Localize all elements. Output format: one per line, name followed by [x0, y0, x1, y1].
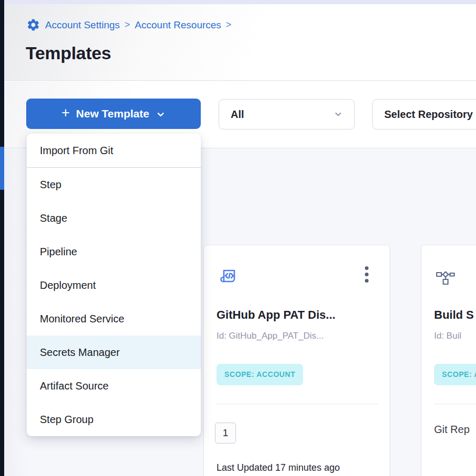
repository-filter-select[interactable]: Select Repository: [372, 99, 476, 129]
chevron-down-icon: [333, 110, 343, 119]
repository-filter-value: Select Repository: [384, 109, 473, 121]
version-chip: 1: [215, 423, 236, 443]
breadcrumb-separator: >: [125, 19, 131, 30]
breadcrumb: Account Settings > Account Resources >: [26, 18, 231, 32]
menu-item-artifact-source[interactable]: Artifact Source: [27, 369, 201, 403]
left-nav-stripe: [0, 0, 4, 476]
last-updated-label: Last Updated 17 minutes ago: [217, 462, 340, 473]
stage-icon: [436, 269, 456, 289]
gear-icon: [26, 18, 40, 32]
chevron-down-icon: [156, 110, 166, 120]
template-type-filter-value: All: [231, 109, 244, 121]
menu-item-monitored-service[interactable]: Monitored Service: [27, 302, 201, 336]
card-options-menu-icon[interactable]: [364, 265, 370, 284]
menu-item-pipeline[interactable]: Pipeline: [27, 235, 201, 268]
menu-item-step[interactable]: Step: [27, 168, 201, 201]
template-type-filter-select[interactable]: All: [219, 99, 355, 129]
scope-badge: SCOPE: ACCOUNT: [434, 364, 476, 385]
menu-item-stage[interactable]: Stage: [27, 201, 201, 235]
top-accent-bar: [4, 0, 476, 4]
page-title: Templates: [26, 43, 111, 63]
menu-item-deployment[interactable]: Deployment: [27, 268, 201, 302]
code-template-icon: [218, 266, 239, 289]
new-template-button[interactable]: + New Template: [26, 99, 201, 129]
card-divider: [217, 404, 378, 404]
card-id: Id: GitHub_App_PAT_Dis...: [217, 331, 323, 341]
template-card-build-stage[interactable]: Build S Id: Buil SCOPE: ACCOUNT Git Rep: [421, 245, 476, 476]
scope-badge: SCOPE: ACCOUNT: [217, 364, 303, 385]
nav-active-indicator: [0, 147, 4, 190]
breadcrumb-separator: >: [226, 19, 232, 30]
menu-item-import-from-git[interactable]: Import From Git: [27, 134, 201, 168]
breadcrumb-link-account-settings[interactable]: Account Settings: [45, 19, 120, 31]
card-title: GitHub App PAT Dis...: [217, 308, 336, 322]
menu-item-step-group[interactable]: Step Group: [27, 403, 201, 436]
breadcrumb-link-account-resources[interactable]: Account Resources: [135, 19, 221, 31]
plus-icon: +: [61, 106, 70, 120]
git-repo-label: Git Rep: [434, 424, 470, 436]
card-divider: [434, 404, 476, 404]
page-header: Account Settings > Account Resources > T…: [4, 4, 476, 81]
menu-item-secrets-manager[interactable]: Secrets Manager: [27, 336, 201, 369]
card-title: Build S: [434, 308, 474, 322]
new-template-button-label: New Template: [76, 107, 149, 120]
new-template-menu: Import From Git Step Stage Pipeline Depl…: [27, 134, 201, 436]
card-id: Id: Buil: [434, 331, 461, 341]
template-card-github-app-pat[interactable]: GitHub App PAT Dis... Id: GitHub_App_PAT…: [203, 245, 390, 476]
